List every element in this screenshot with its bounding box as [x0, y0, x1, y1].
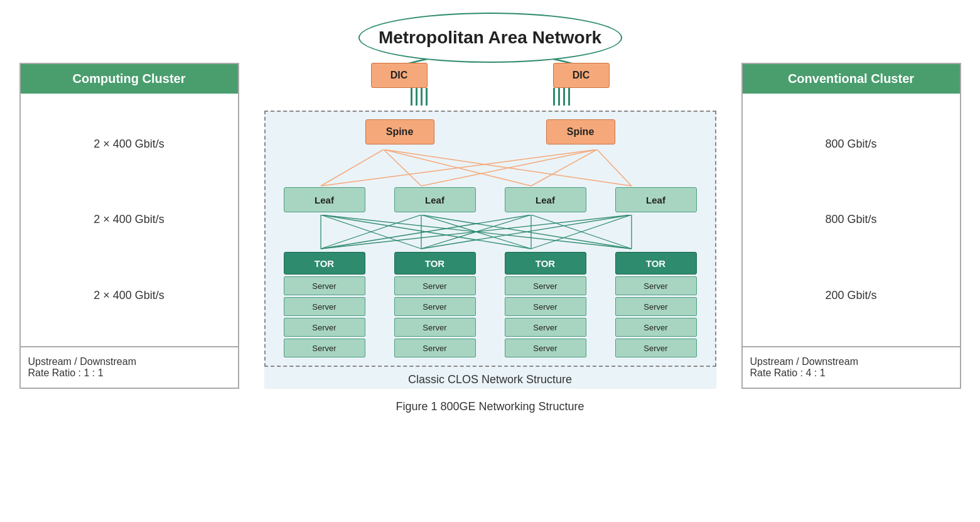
- right-cluster-body: 800 Gbit/s 800 Gbit/s 200 Gbit/s: [743, 94, 960, 346]
- tor-box-2: TOR: [394, 252, 476, 275]
- tor-column-3: TOR Server Server Server Server: [505, 252, 586, 359]
- left-cluster-body: 2 × 400 Gbit/s 2 × 400 Gbit/s 2 × 400 Gb…: [21, 94, 238, 346]
- spine-leaf-svg: [271, 150, 710, 187]
- tor-columns: TOR Server Server Server Server TOR Serv…: [272, 252, 709, 359]
- server-4-3: Server: [615, 318, 697, 337]
- dic-connectors-right: [553, 88, 570, 106]
- server-2-2: Server: [394, 297, 476, 316]
- leaf-box-4: Leaf: [615, 187, 697, 212]
- man-ellipse: Metropolitan Area Network: [358, 13, 622, 63]
- diagram-container: Metropolitan Area Network Computing Clus…: [19, 13, 961, 413]
- left-cluster-box: Computing Cluster 2 × 400 Gbit/s 2 × 400…: [19, 63, 239, 389]
- tor-box-3: TOR: [505, 252, 586, 275]
- server-4-1: Server: [615, 276, 697, 295]
- svg-line-1: [384, 150, 421, 186]
- server-1-1: Server: [284, 276, 365, 295]
- spine-box-right: Spine: [546, 119, 615, 144]
- man-label: Metropolitan Area Network: [379, 28, 601, 48]
- server-4-2: Server: [615, 297, 697, 316]
- tor-column-1: TOR Server Server Server Server: [284, 252, 365, 359]
- dic-box-right: DIC: [553, 63, 610, 88]
- right-speed-3: 200 Gbit/s: [825, 289, 876, 302]
- tor-box-4: TOR: [615, 252, 697, 275]
- svg-line-6: [531, 150, 597, 186]
- tor-column-2: TOR Server Server Server Server: [394, 252, 476, 359]
- right-speed-1: 800 Gbit/s: [825, 138, 876, 151]
- main-row: Computing Cluster 2 × 400 Gbit/s 2 × 400…: [19, 63, 961, 389]
- right-ratio-label: Upstream / DownstreamRate Ratio : 4 : 1: [750, 356, 859, 378]
- right-cluster-footer: Upstream / DownstreamRate Ratio : 4 : 1: [743, 346, 960, 388]
- server-1-4: Server: [284, 339, 365, 357]
- leaf-box-3: Leaf: [505, 187, 586, 212]
- right-speed-2: 800 Gbit/s: [825, 213, 876, 226]
- right-cluster-header: Conventional Cluster: [743, 64, 960, 94]
- left-speed-2: 2 × 400 Gbit/s: [94, 213, 164, 226]
- server-3-2: Server: [505, 297, 586, 316]
- server-1-3: Server: [284, 318, 365, 337]
- left-speed-1: 2 × 400 Gbit/s: [94, 138, 164, 151]
- spine-box-left: Spine: [365, 119, 434, 144]
- leaf-row: Leaf Leaf Leaf Leaf: [272, 187, 709, 212]
- leaf-tor-svg: [271, 215, 710, 249]
- server-3-4: Server: [505, 339, 586, 357]
- left-cluster-header: Computing Cluster: [21, 64, 238, 94]
- clos-dashed-box: Spine Spine: [264, 111, 716, 367]
- server-2-1: Server: [394, 276, 476, 295]
- leaf-box-1: Leaf: [284, 187, 365, 212]
- right-cluster-box: Conventional Cluster 800 Gbit/s 800 Gbit…: [741, 63, 961, 389]
- leaf-box-2: Leaf: [394, 187, 476, 212]
- left-ratio-label: Upstream / DownstreamRate Ratio : 1 : 1: [28, 356, 137, 378]
- tor-box-1: TOR: [284, 252, 365, 275]
- server-1-2: Server: [284, 297, 365, 316]
- figure-caption: Figure 1 800GE Networking Structure: [396, 400, 584, 413]
- clos-wrapper: DIC DIC: [239, 63, 741, 389]
- left-cluster-footer: Upstream / DownstreamRate Ratio : 1 : 1: [21, 346, 238, 388]
- dic-box-left: DIC: [371, 63, 428, 88]
- left-speed-3: 2 × 400 Gbit/s: [94, 289, 164, 302]
- tor-column-4: TOR Server Server Server Server: [615, 252, 697, 359]
- svg-line-4: [321, 150, 597, 186]
- svg-line-0: [321, 150, 384, 186]
- clos-label: Classic CLOS Network Structure: [264, 367, 716, 389]
- server-2-3: Server: [394, 318, 476, 337]
- svg-line-7: [597, 150, 632, 186]
- server-3-1: Server: [505, 276, 586, 295]
- dic-connectors-left: [411, 88, 428, 106]
- server-3-3: Server: [505, 318, 586, 337]
- server-4-4: Server: [615, 339, 697, 357]
- spine-row: Spine Spine: [272, 119, 709, 144]
- server-2-4: Server: [394, 339, 476, 357]
